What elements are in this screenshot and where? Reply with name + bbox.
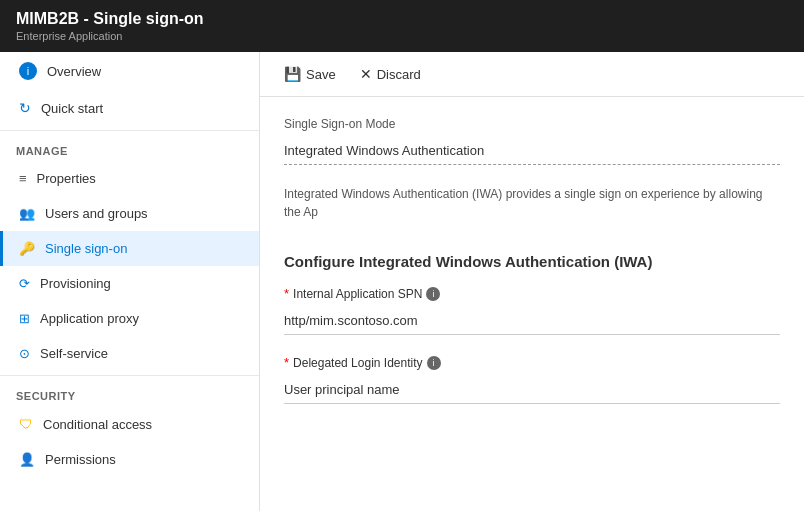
delegated-login-label: Delegated Login Identity — [293, 356, 422, 370]
sidebar-label-conditional-access: Conditional access — [43, 417, 152, 432]
delegated-login-field: * Delegated Login Identity i — [284, 355, 780, 404]
save-button[interactable]: 💾 Save — [280, 62, 340, 86]
internal-spn-label: Internal Application SPN — [293, 287, 422, 301]
delegated-login-label-row: * Delegated Login Identity i — [284, 355, 780, 370]
body-layout: i Overview ↻ Quick start MANAGE ≡ Proper… — [0, 52, 804, 511]
internal-spn-input[interactable] — [284, 307, 780, 335]
save-icon: 💾 — [284, 66, 301, 82]
sidebar-divider-2 — [0, 375, 259, 376]
grid-icon: ⊞ — [19, 311, 30, 326]
save-label: Save — [306, 67, 336, 82]
sidebar-item-properties[interactable]: ≡ Properties — [0, 161, 259, 196]
sidebar-label-quickstart: Quick start — [41, 101, 103, 116]
sidebar-item-users-groups[interactable]: 👥 Users and groups — [0, 196, 259, 231]
sidebar-item-permissions[interactable]: 👤 Permissions — [0, 442, 259, 477]
sso-mode-field: Single Sign-on Mode Integrated Windows A… — [284, 117, 780, 165]
sidebar-item-provisioning[interactable]: ⟳ Provisioning — [0, 266, 259, 301]
delegated-login-input[interactable] — [284, 376, 780, 404]
required-star-delegated: * — [284, 355, 289, 370]
toolbar: 💾 Save ✕ Discard — [260, 52, 804, 97]
page-title: MIMB2B - Single sign-on — [16, 10, 788, 28]
sidebar-item-self-service[interactable]: ⊙ Self-service — [0, 336, 259, 371]
quickstart-icon: ↻ — [19, 100, 31, 116]
sidebar: i Overview ↻ Quick start MANAGE ≡ Proper… — [0, 52, 260, 511]
main-content: 💾 Save ✕ Discard Single Sign-on Mode Int… — [260, 52, 804, 511]
sidebar-label-provisioning: Provisioning — [40, 276, 111, 291]
description-text: Integrated Windows Authentication (IWA) … — [284, 185, 780, 221]
sidebar-item-conditional-access[interactable]: 🛡 Conditional access — [0, 406, 259, 442]
manage-section-label: MANAGE — [0, 135, 259, 161]
sso-mode-label: Single Sign-on Mode — [284, 117, 780, 131]
header: MIMB2B - Single sign-on Enterprise Appli… — [0, 0, 804, 52]
sso-icon: 🔑 — [19, 241, 35, 256]
sidebar-label-permissions: Permissions — [45, 452, 116, 467]
bars-icon: ≡ — [19, 171, 27, 186]
sidebar-divider-1 — [0, 130, 259, 131]
people-icon: 👥 — [19, 206, 35, 221]
sidebar-label-single-sign-on: Single sign-on — [45, 241, 127, 256]
discard-button[interactable]: ✕ Discard — [356, 62, 425, 86]
sidebar-label-users-groups: Users and groups — [45, 206, 148, 221]
security-section-label: SECURITY — [0, 380, 259, 406]
required-star-spn: * — [284, 286, 289, 301]
sidebar-item-overview[interactable]: i Overview — [0, 52, 259, 90]
internal-spn-label-row: * Internal Application SPN i — [284, 286, 780, 301]
delegated-info-icon[interactable]: i — [427, 356, 441, 370]
sidebar-item-quickstart[interactable]: ↻ Quick start — [0, 90, 259, 126]
permissions-icon: 👤 — [19, 452, 35, 467]
internal-spn-field: * Internal Application SPN i — [284, 286, 780, 335]
sso-mode-select[interactable]: Integrated Windows Authentication — [284, 137, 780, 165]
configure-iwa-title: Configure Integrated Windows Authenticat… — [284, 253, 780, 270]
content-area: Single Sign-on Mode Integrated Windows A… — [260, 97, 804, 444]
sidebar-label-application-proxy: Application proxy — [40, 311, 139, 326]
spn-info-icon[interactable]: i — [426, 287, 440, 301]
sidebar-item-application-proxy[interactable]: ⊞ Application proxy — [0, 301, 259, 336]
sync-icon: ⟳ — [19, 276, 30, 291]
page-subtitle: Enterprise Application — [16, 30, 788, 42]
selfservice-icon: ⊙ — [19, 346, 30, 361]
sidebar-label-self-service: Self-service — [40, 346, 108, 361]
discard-icon: ✕ — [360, 66, 372, 82]
shield-icon: 🛡 — [19, 416, 33, 432]
sidebar-label-properties: Properties — [37, 171, 96, 186]
info-icon: i — [19, 62, 37, 80]
sidebar-item-single-sign-on[interactable]: 🔑 Single sign-on — [0, 231, 259, 266]
discard-label: Discard — [377, 67, 421, 82]
sidebar-label-overview: Overview — [47, 64, 101, 79]
